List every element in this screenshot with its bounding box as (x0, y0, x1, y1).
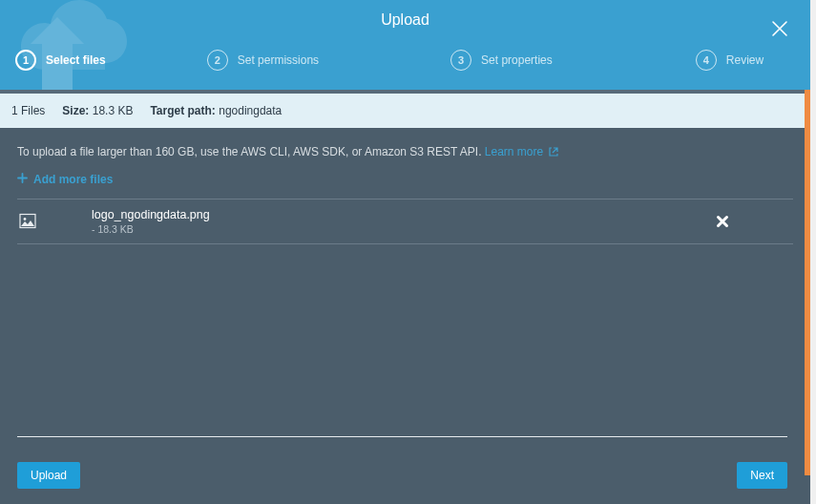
step-number: 4 (696, 50, 717, 71)
header-bar: Upload 1 Select files 2 Set permissions … (0, 0, 810, 90)
step-number: 3 (450, 50, 471, 71)
image-file-icon (19, 213, 36, 230)
step-label: Review (726, 53, 764, 67)
step-set-properties[interactable]: 3 Set properties (450, 50, 553, 71)
target-path-segment: Target path: ngodingdata (150, 104, 282, 117)
step-review[interactable]: 4 Review (696, 50, 764, 71)
svg-point-1 (24, 218, 27, 220)
footer: Upload Next (0, 447, 805, 504)
file-list: logo_ngodingdata.png - 18.3 KB (17, 199, 793, 244)
external-link-icon (549, 146, 558, 159)
file-name: logo_ngodingdata.png (92, 208, 698, 221)
files-count: 1 Files (11, 104, 45, 117)
large-file-notice: To upload a file larger than 160 GB, use… (17, 145, 793, 159)
scroll-indicator (805, 90, 810, 433)
step-label: Set permissions (238, 53, 319, 67)
summary-bar: 1 Files Size: 18.3 KB Target path: ngodi… (0, 94, 810, 128)
add-more-files-button[interactable]: Add more files (17, 173, 113, 186)
divider (17, 436, 787, 438)
step-number: 2 (207, 50, 228, 71)
file-row: logo_ngodingdata.png - 18.3 KB (17, 199, 793, 244)
plus-icon (17, 173, 28, 186)
learn-more-link[interactable]: Learn more (485, 145, 558, 158)
file-size: - 18.3 KB (92, 223, 698, 235)
close-icon[interactable] (770, 19, 789, 38)
remove-file-icon[interactable] (715, 214, 730, 229)
next-button[interactable]: Next (737, 462, 787, 489)
size-segment: Size: 18.3 KB (62, 104, 133, 117)
add-more-files-label: Add more files (33, 173, 113, 186)
cloud-upload-bg-icon (0, 0, 134, 90)
step-label: Set properties (481, 53, 553, 67)
step-set-permissions[interactable]: 2 Set permissions (207, 50, 319, 71)
scroll-indicator (805, 433, 810, 475)
upload-button[interactable]: Upload (17, 462, 80, 489)
